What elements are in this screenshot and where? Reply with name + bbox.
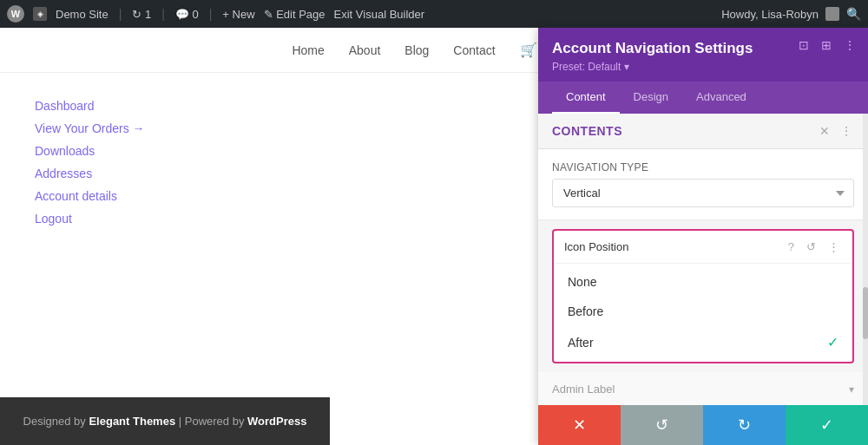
- admin-bar-right: Howdy, Lisa-Robyn 🔍: [721, 0, 861, 28]
- icon-position-reset-button[interactable]: ↺: [804, 239, 819, 254]
- confirm-button[interactable]: ✓: [786, 405, 868, 445]
- admin-bar: W ◈ Demo Site | ↻ 1 | 💬 0 | + New ✎ Edit…: [0, 0, 868, 28]
- icon-position-section: Icon Position ? ↺ ⋮ None Before After ✓: [552, 229, 854, 363]
- nav-type-label: Navigation Type: [552, 161, 854, 173]
- contents-collapse-button[interactable]: ✕: [818, 122, 832, 140]
- avatar: [825, 7, 839, 21]
- contents-header: Contents ✕ ⋮: [538, 114, 868, 149]
- site-area: Home About Blog Contact 🛒 🔍 Dashboard Vi…: [0, 28, 868, 445]
- panel-actions: ⊡ ⊞ ⋮: [795, 36, 859, 54]
- scrollbar-thumb[interactable]: [863, 287, 868, 339]
- site-footer: Designed by Elegant Themes | Powered by …: [0, 397, 330, 445]
- tab-content[interactable]: Content: [552, 82, 620, 114]
- panel-preset[interactable]: Preset: Default ▾: [552, 61, 854, 73]
- panel-split-button[interactable]: ⊞: [818, 36, 835, 54]
- nav-type-section: Navigation Type Vertical Horizontal: [538, 149, 868, 220]
- wp-logo-icon[interactable]: W: [7, 5, 24, 23]
- nav-type-select[interactable]: Vertical Horizontal: [552, 179, 854, 207]
- howdy-text: Howdy, Lisa-Robyn: [721, 8, 819, 21]
- comment-count[interactable]: 💬 0: [175, 8, 199, 21]
- panel-tabs: Content Design Advanced: [538, 82, 868, 114]
- nav-contact[interactable]: Contact: [453, 43, 495, 57]
- icon-position-header: Icon Position ? ↺ ⋮: [554, 231, 852, 264]
- admin-label-section[interactable]: Admin Label ▾: [538, 372, 868, 405]
- nav-home[interactable]: Home: [292, 43, 324, 57]
- icon-position-more-button[interactable]: ⋮: [825, 239, 842, 254]
- confirm-icon: ✓: [820, 416, 833, 435]
- icon-position-after[interactable]: After ✓: [554, 326, 852, 358]
- undo-icon: ↺: [655, 416, 668, 435]
- redo-icon: ↻: [738, 416, 751, 435]
- footer-elegant-themes[interactable]: Elegant Themes: [89, 415, 175, 428]
- panel-more-button[interactable]: ⋮: [840, 36, 859, 54]
- admin-bar-left: W ◈ Demo Site | ↻ 1 | 💬 0 | + New ✎ Edit…: [7, 5, 424, 23]
- search-icon[interactable]: 🔍: [846, 7, 861, 21]
- contents-actions: ✕ ⋮: [818, 122, 854, 140]
- icon-position-options: None Before After ✓: [554, 264, 852, 362]
- exit-visual-builder-button[interactable]: Exit Visual Builder: [334, 8, 425, 21]
- panel-scrollbar[interactable]: [863, 114, 868, 405]
- panel-body: Contents ✕ ⋮ Navigation Type Vertical Ho…: [538, 114, 868, 405]
- cancel-icon: ✕: [573, 416, 586, 435]
- nav-blog[interactable]: Blog: [404, 43, 429, 57]
- icon-position-label: Icon Position: [564, 240, 779, 253]
- footer-wordpress[interactable]: WordPress: [247, 415, 306, 428]
- icon-position-none[interactable]: None: [554, 267, 852, 297]
- visit-count-icon[interactable]: ↻ 1: [132, 8, 151, 21]
- edit-page-button[interactable]: ✎ Edit Page: [264, 8, 326, 21]
- new-button[interactable]: + New: [222, 8, 254, 21]
- tab-design[interactable]: Design: [620, 82, 682, 114]
- contents-more-button[interactable]: ⋮: [838, 122, 854, 140]
- cancel-button[interactable]: ✕: [538, 405, 621, 445]
- panel-footer: ✕ ↺ ↻ ✓: [538, 405, 868, 445]
- cart-icon[interactable]: 🛒: [520, 42, 537, 58]
- panel-header: Account Navigation Settings Preset: Defa…: [538, 28, 868, 82]
- site-name[interactable]: Demo Site: [56, 8, 108, 21]
- site-icon: ◈: [33, 7, 47, 21]
- icon-position-before[interactable]: Before: [554, 297, 852, 326]
- footer-designed-by: Designed by: [23, 415, 89, 428]
- settings-panel: Account Navigation Settings Preset: Defa…: [538, 28, 868, 445]
- icon-position-help-button[interactable]: ?: [786, 239, 797, 254]
- admin-label-text: Admin Label: [552, 383, 615, 396]
- tab-advanced[interactable]: Advanced: [682, 82, 760, 114]
- panel-fullscreen-button[interactable]: ⊡: [795, 36, 812, 54]
- check-icon: ✓: [827, 334, 838, 350]
- nav-about[interactable]: About: [349, 43, 381, 57]
- chevron-down-icon: ▾: [849, 383, 854, 396]
- undo-button[interactable]: ↺: [621, 405, 703, 445]
- redo-button[interactable]: ↻: [703, 405, 786, 445]
- contents-label: Contents: [552, 124, 622, 138]
- footer-powered-by: | Powered by: [179, 415, 247, 428]
